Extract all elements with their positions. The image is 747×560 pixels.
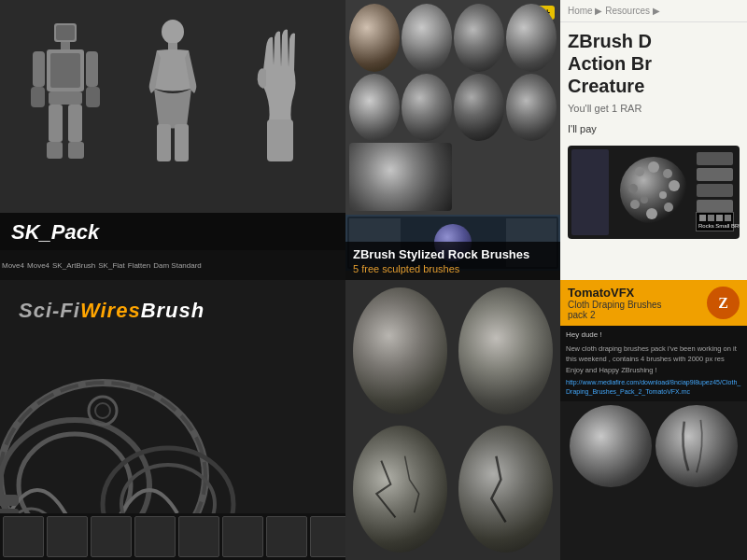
hand-figure	[243, 19, 317, 168]
rock-sphere-5	[349, 74, 400, 142]
svg-rect-7	[86, 51, 98, 87]
breadcrumb: Home ▶ Resources ▶	[560, 0, 747, 22]
rock-title: ZBrush Stylized Rock Brushes	[353, 247, 553, 261]
cloth-lines-svg	[655, 405, 738, 487]
svg-point-27	[664, 203, 673, 212]
tomato-body: New cloth draping brushes pack i've been…	[566, 343, 741, 375]
scifi-text-wires: Wires	[80, 299, 141, 322]
breadcrumb-text: Home ▶ Resources ▶	[568, 6, 660, 16]
svg-point-23	[628, 184, 638, 193]
title-line1: ZBrush D	[568, 31, 652, 51]
tomato-header: TomatoVFX Cloth Draping Brushes pack 2 Z	[560, 280, 747, 326]
svg-rect-34	[0, 495, 19, 506]
scifi-tool-4	[134, 516, 176, 557]
cell-zbrush-detail: Home ▶ Resources ▶ ZBrush D Action Br Cr…	[560, 0, 747, 280]
svg-point-22	[663, 169, 672, 178]
svg-point-25	[630, 200, 640, 209]
tool-label-2: Move4	[27, 261, 49, 270]
cell-tomato: TomatoVFX Cloth Draping Brushes pack 2 Z…	[560, 280, 747, 560]
rock-sphere-4	[506, 4, 557, 72]
rock-sphere-6	[402, 74, 452, 142]
tomato-product: Cloth Draping Brushes	[568, 300, 662, 310]
tool-label-3: SK_ArtBrush	[52, 261, 95, 270]
rock-spheres-grid	[345, 0, 560, 215]
svg-point-26	[646, 208, 657, 219]
cloth-sphere-1	[570, 405, 652, 487]
svg-rect-2	[61, 42, 70, 49]
svg-rect-15	[168, 43, 177, 50]
rocks-small-brush-label: Rocks Small BRUSH	[698, 223, 731, 229]
svg-point-39	[89, 397, 117, 425]
svg-rect-16	[157, 124, 171, 161]
tomato-sphere-section	[560, 401, 747, 491]
cell-sk-pack: SK_Pack Base Mesh Brush Macro UI Move4 M…	[0, 0, 345, 280]
rar-info: You'll get 1 RAR	[560, 101, 747, 116]
bottom-sphere-4	[458, 426, 553, 553]
mini-sq-3	[716, 215, 723, 221]
side-panel-left	[571, 149, 609, 235]
rock-sphere-8	[506, 74, 557, 142]
svg-point-21	[648, 161, 659, 173]
brush-thumb-4	[697, 200, 733, 213]
scifi-text-fi: Fi	[60, 299, 80, 322]
crack-svg-2	[458, 426, 553, 553]
svg-point-29	[659, 191, 667, 199]
product-title: ZBrush D Action Br Creature	[560, 22, 747, 101]
brush-thumb-1	[697, 152, 733, 165]
tool-label-1: Move4	[2, 261, 24, 270]
brush-thumb-2	[697, 168, 733, 181]
rock-sphere-wide	[349, 143, 452, 211]
scifi-tool-1	[3, 516, 44, 557]
mini-sq-2	[708, 215, 714, 221]
mini-sq-4	[725, 215, 731, 221]
tomato-download-link[interactable]: http://www.mediafire.com/download/8nciap…	[566, 378, 741, 398]
rock-sphere-7	[454, 74, 504, 142]
svg-rect-11	[47, 142, 63, 159]
tool-row: Move4 Move4 SK_ArtBrush SK_Flat Flatten …	[0, 250, 345, 280]
cell-rock-brushes: $0+ ZBrush Stylized Rock Brushes	[345, 0, 560, 280]
svg-rect-12	[68, 105, 82, 142]
main-grid: SK_Pack Base Mesh Brush Macro UI Move4 M…	[0, 0, 747, 560]
scifi-title: Sci-FiWiresBrush	[19, 299, 204, 323]
rock-sphere-3	[454, 4, 504, 72]
tool-labels: Move4 Move4 SK_ArtBrush SK_Flat Flatten …	[2, 252, 202, 278]
rock-sphere-1	[349, 4, 400, 72]
rock-sphere-2	[402, 4, 452, 72]
female-figure	[140, 19, 205, 168]
tomato-z-letter: Z	[718, 295, 728, 312]
tomato-greeting: Hey dude !	[566, 329, 741, 341]
svg-point-28	[641, 196, 648, 203]
rocks-label-box: Rocks Small BRUSH	[696, 212, 734, 231]
tomato-z-icon: Z	[707, 287, 740, 319]
side-panel-right: Rocks Small BRUSH	[694, 149, 736, 235]
scifi-tool-8	[310, 516, 345, 557]
sk-pack-title: SK_Pack	[11, 220, 334, 245]
bottom-sphere-2	[458, 287, 553, 414]
sphere-preview-box: Rocks Small BRUSH	[568, 146, 740, 239]
spiky-sphere-svg	[616, 153, 691, 228]
svg-rect-10	[49, 105, 63, 142]
svg-rect-17	[175, 124, 189, 161]
title-line3: Creature	[568, 76, 644, 96]
rock-overlay: ZBrush Stylized Rock Brushes 5 free scul…	[345, 242, 560, 280]
svg-rect-13	[68, 142, 84, 159]
scifi-tool-3	[91, 516, 132, 557]
svg-point-40	[95, 403, 110, 418]
cell-rock-spheres2	[345, 280, 560, 560]
svg-point-20	[635, 167, 644, 176]
mini-sq-1	[699, 215, 706, 221]
sk-pack-figures	[0, 0, 345, 187]
tool-label-4: SK_Flat	[98, 261, 124, 270]
pay-label: I'll pay	[560, 116, 747, 138]
tool-label-6: Dam Standard	[153, 261, 202, 270]
svg-point-14	[162, 20, 184, 44]
rock-spheres2-grid	[345, 280, 560, 560]
scifi-tool-2	[47, 516, 88, 557]
crack-svg-1	[353, 426, 447, 553]
svg-point-24	[669, 180, 680, 191]
spiky-sphere-container	[616, 153, 691, 231]
cell-scifi: Sci-FiWiresBrush	[0, 280, 345, 560]
cloth-sphere-2	[655, 405, 738, 487]
scifi-tool-7	[266, 516, 307, 557]
scifi-text-sci: Sci-	[19, 299, 60, 322]
